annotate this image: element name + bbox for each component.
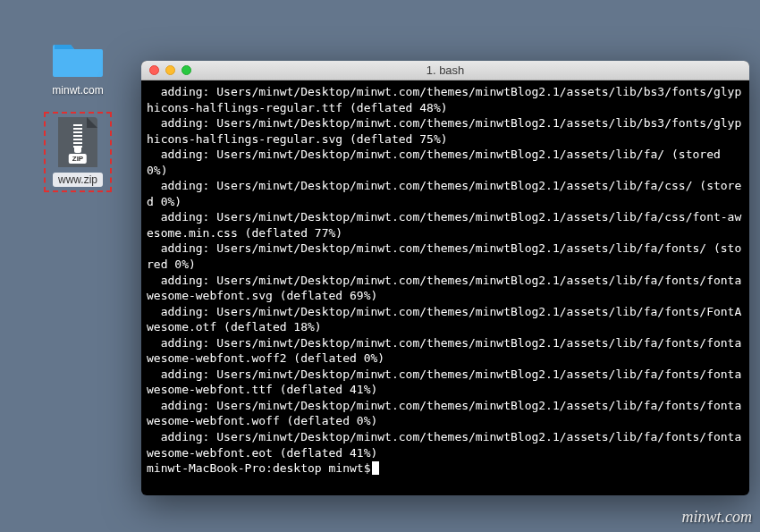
terminal-line: adding: Users/minwt/Desktop/minwt.com/th… (147, 335, 744, 367)
zip-label: www.zip (53, 173, 103, 187)
terminal-line: adding: Users/minwt/Desktop/minwt.com/th… (147, 398, 744, 429)
terminal-line: adding: Users/minwt/Desktop/minwt.com/th… (147, 241, 744, 272)
terminal-prompt-line[interactable]: minwt-MacBook-Pro:desktop minwt$ (147, 460, 744, 477)
minimize-button[interactable] (165, 65, 175, 75)
zip-badge: ZIP (69, 154, 87, 164)
watermark: minwt.com (682, 508, 753, 527)
terminal-line: adding: Users/minwt/Desktop/minwt.com/th… (147, 147, 744, 178)
terminal-line: adding: Users/minwt/Desktop/minwt.com/th… (147, 115, 744, 147)
terminal-window[interactable]: 1. bash adding: Users/minwt/Desktop/minw… (141, 61, 749, 495)
highlight-annotation: ZIP www.zip (44, 112, 112, 192)
desktop-folder[interactable]: minwt.com (42, 38, 114, 97)
terminal-output[interactable]: adding: Users/minwt/Desktop/minwt.com/th… (141, 80, 749, 495)
desktop-zip-file[interactable]: ZIP www.zip (42, 112, 114, 192)
folder-label: minwt.com (52, 84, 103, 97)
zip-icon: ZIP (58, 117, 97, 167)
traffic-lights (149, 65, 191, 75)
terminal-line: adding: Users/minwt/Desktop/minwt.com/th… (147, 273, 744, 304)
terminal-line: adding: Users/minwt/Desktop/minwt.com/th… (147, 84, 744, 115)
close-button[interactable] (149, 65, 159, 75)
maximize-button[interactable] (182, 65, 191, 75)
window-title: 1. bash (141, 63, 749, 77)
terminal-prompt: minwt-MacBook-Pro:desktop minwt$ (147, 460, 370, 477)
terminal-line: adding: Users/minwt/Desktop/minwt.com/th… (147, 178, 744, 209)
folder-icon (53, 38, 103, 79)
titlebar[interactable]: 1. bash (141, 61, 749, 80)
terminal-line: adding: Users/minwt/Desktop/minwt.com/th… (147, 367, 744, 398)
terminal-line: adding: Users/minwt/Desktop/minwt.com/th… (147, 209, 744, 241)
cursor-icon (372, 461, 379, 475)
terminal-line: adding: Users/minwt/Desktop/minwt.com/th… (147, 304, 744, 335)
terminal-line: adding: Users/minwt/Desktop/minwt.com/th… (147, 429, 744, 460)
